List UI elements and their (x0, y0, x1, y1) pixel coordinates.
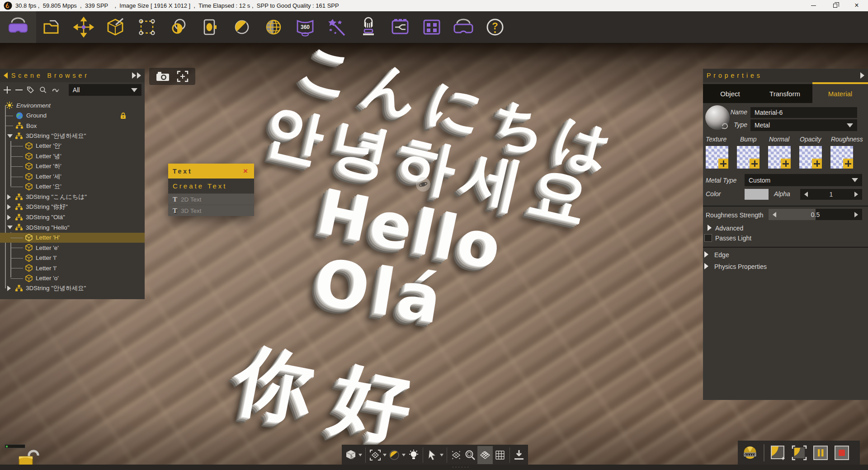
color-swatch[interactable] (745, 189, 769, 200)
shading-mode-button[interactable] (388, 446, 401, 464)
expander-open-icon[interactable] (7, 134, 15, 138)
expander-open-icon[interactable] (7, 226, 15, 229)
grid-toggle-button[interactable] (494, 446, 506, 464)
lighting-button[interactable] (407, 446, 420, 464)
select-region-button[interactable] (131, 11, 163, 43)
close-button[interactable]: × (848, 0, 865, 11)
help-button[interactable]: ? (479, 11, 511, 43)
panel-resize-handle[interactable]: ······ (445, 465, 477, 470)
render-quality-icon[interactable] (742, 445, 758, 461)
chevron-down-icon[interactable] (402, 454, 406, 456)
tree-item-3dstring-chinese[interactable]: 3DString "你好" (0, 202, 145, 212)
environment-button[interactable] (258, 11, 289, 43)
increment-icon[interactable] (854, 212, 858, 217)
expander-closed-icon[interactable] (7, 194, 15, 200)
material-name-input[interactable]: Material-6 (750, 107, 857, 118)
bump-map-slot[interactable] (737, 146, 760, 169)
alpha-spinner[interactable]: 1 (800, 189, 862, 200)
tree-item-letter[interactable]: Letter '녕' (0, 151, 145, 162)
add-map-icon[interactable] (812, 159, 822, 169)
edge-section[interactable]: Edge (714, 251, 729, 258)
select-cursor-button[interactable] (426, 446, 439, 464)
interact-button[interactable] (353, 11, 384, 43)
node-editor-button[interactable] (384, 11, 416, 43)
add-object-icon[interactable] (4, 86, 10, 94)
option-2d-text[interactable]: T 2D Text (168, 193, 254, 205)
tree-item-environment[interactable]: Environment (0, 100, 145, 111)
expander-closed-icon[interactable] (704, 263, 708, 269)
screenshot-camera-icon[interactable] (156, 71, 170, 82)
tree-item-letter-selected[interactable]: Letter 'H' (0, 233, 145, 243)
chevron-down-icon[interactable] (440, 454, 443, 456)
link-filter-icon[interactable] (52, 86, 60, 94)
collapse-panel-icon[interactable] (4, 72, 8, 79)
roughness-strength-spinner[interactable]: 0.5 (769, 209, 862, 220)
chevron-down-icon[interactable] (383, 454, 387, 456)
tree-item-3dstring-korean2[interactable]: 3DString "안녕하세요" (0, 283, 145, 294)
capture-region-icon[interactable] (792, 445, 807, 461)
scene-filter-dropdown[interactable]: All (69, 84, 142, 96)
search-icon[interactable] (39, 86, 47, 94)
texture-map-slot[interactable] (706, 146, 728, 169)
add-map-icon[interactable] (781, 159, 791, 169)
minimize-button[interactable] (805, 0, 822, 11)
tag-icon[interactable] (27, 86, 34, 94)
tree-item-letter[interactable]: Letter '안' (0, 141, 145, 151)
tree-item-letter[interactable]: Letter '세' (0, 172, 145, 182)
vr-preview-button[interactable] (448, 11, 479, 43)
tree-item-3dstring-korean[interactable]: 3DString "안녕하세요" (0, 131, 145, 141)
edit-object-button[interactable] (99, 11, 131, 43)
normal-map-slot[interactable] (768, 146, 791, 169)
stop-render-icon[interactable] (834, 445, 849, 461)
block-library-button[interactable] (416, 11, 448, 43)
tree-item-3dstring-ola[interactable]: 3DString "Olá" (0, 212, 145, 223)
tree-item-3dstring-hello[interactable]: 3DString "Hello" (0, 222, 145, 233)
drop-to-ground-button[interactable] (513, 446, 525, 464)
open-project-button[interactable] (36, 11, 68, 43)
tree-item-box[interactable]: Box (0, 121, 145, 131)
expand-panel-button[interactable] (132, 72, 141, 79)
physics-section[interactable]: Physics Properties (714, 263, 767, 270)
material-mode-button[interactable] (226, 11, 258, 43)
option-3d-text[interactable]: T 3D Text (168, 205, 254, 216)
advanced-section[interactable]: Advanced (715, 225, 743, 232)
pause-render-icon[interactable] (813, 445, 828, 461)
expander-closed-icon[interactable] (704, 251, 708, 258)
expander-closed-icon[interactable] (7, 286, 15, 291)
tree-item-3dstring-japanese[interactable]: 3DString "こんにちは" (0, 192, 145, 202)
opacity-map-slot[interactable] (799, 146, 822, 169)
move-tool-button[interactable] (68, 11, 99, 43)
focus-frame-icon[interactable] (177, 70, 189, 82)
text-dialog-titlebar[interactable]: Text × (168, 164, 254, 179)
chevron-down-icon[interactable] (359, 454, 362, 456)
decrement-icon[interactable] (773, 212, 776, 217)
screenshot-icon[interactable] (770, 445, 786, 461)
expander-closed-icon[interactable] (7, 215, 15, 220)
tab-transform[interactable]: Transform (757, 84, 812, 103)
tree-item-letter[interactable]: Letter '하' (0, 161, 145, 172)
pan-plane-button[interactable] (450, 446, 462, 464)
vr-headset-button[interactable] (0, 11, 36, 43)
remove-object-icon[interactable] (15, 86, 22, 94)
restore-button[interactable] (826, 0, 844, 11)
add-map-icon[interactable] (843, 159, 853, 169)
roughness-map-slot[interactable] (830, 146, 853, 169)
perspective-cube-button[interactable] (344, 446, 357, 464)
zoom-region-button[interactable] (464, 446, 476, 464)
metal-type-dropdown[interactable]: Custom (745, 174, 862, 186)
tab-object[interactable]: Object (703, 84, 757, 103)
frame-selection-button[interactable] (368, 446, 381, 464)
add-map-icon[interactable] (750, 159, 760, 169)
tab-material[interactable]: Material (812, 84, 868, 103)
tree-item-letter[interactable]: Letter '요' (0, 182, 145, 192)
material-type-dropdown[interactable]: Metal (750, 119, 857, 131)
tree-item-letter[interactable]: Letter 'l' (0, 263, 145, 273)
tree-item-ground[interactable]: Ground (0, 111, 145, 121)
frame-object-button[interactable] (194, 11, 226, 43)
collapse-panel-icon[interactable] (860, 72, 864, 79)
tree-item-letter[interactable]: Letter 'l' (0, 253, 145, 263)
expander-closed-icon[interactable] (708, 225, 712, 231)
expander-closed-icon[interactable] (7, 204, 15, 210)
tree-item-letter[interactable]: Letter 'e' (0, 243, 145, 253)
close-icon[interactable]: × (243, 167, 250, 176)
